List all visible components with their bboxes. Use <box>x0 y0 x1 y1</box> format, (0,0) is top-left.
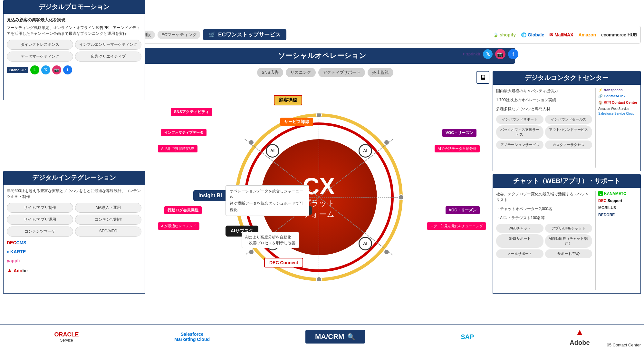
globale-logo: 🌐 Globale <box>521 32 544 37</box>
log-tuning-label: ログ・知見を元にAIチューニング <box>427 222 486 230</box>
info-data-label: インフォマティブデータ <box>161 129 207 136</box>
cs-pill-3: AI自動応答（チャット/音声） <box>545 234 592 248</box>
dp-desc2: マーケティング戦略策定、オンライン・オフライン広告PR、アーンドメディアを活用し… <box>7 25 141 36</box>
dc-pill-5: カスタマーサクセス <box>545 141 592 149</box>
macrm-label: MA/CRM <box>315 333 344 341</box>
dc-pill-0: インバウンドサポート <box>496 115 543 124</box>
dc-pills: インバウンドサポート インバウンドセールス バックオフィス支援サービス アウトバ… <box>496 115 592 149</box>
instagram-icon-promo: 📷 <box>52 65 61 74</box>
di-desc1: 年間600社を超える豊富な実績とノウハウをもとに最適な導線設計、コンテンツ企画・… <box>7 188 141 199</box>
svg-point-10 <box>316 277 322 281</box>
sf-service-logo: Salesforce Service Cloud <box>598 112 637 115</box>
svg-point-9 <box>316 113 322 118</box>
adobe-logo-int: ▲ Adobe <box>7 266 141 275</box>
cs-left: 社会、テクノロジー変化の最先端で活躍するスペシャリスト ・チャットオペレーター2… <box>496 191 592 290</box>
footer-salesforce: SalesforceMarketing Cloud <box>174 332 210 342</box>
di-pill-3: コンテンツ制作 <box>75 215 141 225</box>
dc-desc3: 多種多様なノウハウと専門人材 <box>496 106 592 112</box>
kanameto-logo: L KANAMETO <box>598 191 637 196</box>
oracle-sub: Service <box>60 338 73 343</box>
voc-reason1-label: VOC・リーズン <box>442 129 476 137</box>
salesforce-label: SalesforceMarketing Cloud <box>174 332 210 342</box>
dp-pill-0: ダイレクトレスポンス <box>7 40 73 50</box>
dc-desc2: 1,700社以上のオペレーション実績 <box>496 97 592 103</box>
digital-contact-panel: デジタルコンタクトセンター 国内最大規模のキャパシティ提供力 1,700社以上の… <box>493 71 641 171</box>
ai-badge-tr: AI <box>359 144 372 158</box>
cs-desc3: ・AIストラテジスト100名等 <box>496 215 592 221</box>
instagram-icon: 📷 <box>495 49 505 59</box>
adobe-icon: ▲ <box>576 327 584 337</box>
ec-tag-marketing: ECマーケティング <box>158 31 200 39</box>
ec-partners: 🍃 shopify 🌐 Globale ✉ MallMAX Amazon eco… <box>493 32 637 37</box>
svg-point-16 <box>384 249 389 255</box>
di-pill-4: コンテンツマーケ <box>7 227 73 237</box>
dp-pill-3: 広告クリエイティブ <box>75 52 141 62</box>
svg-point-12 <box>399 195 403 200</box>
di-pill-2: サイト/アプリ運用 <box>7 215 73 225</box>
customer-line-label: 顧客導線 <box>274 95 302 105</box>
bedore-logo: BEDORE <box>598 213 637 217</box>
digital-contact-title: デジタルコンタクトセンター <box>493 71 641 85</box>
dp-pill-2: データマーケティング <box>7 52 73 62</box>
aws-logo: Amazon Web Service <box>598 107 637 111</box>
svg-point-13 <box>249 140 254 145</box>
social-icons: ✦ sprinklr 𝕏 📷 f <box>462 49 518 59</box>
ai-analyze-text: AIにより高度分析を自動化・改善プロセスを明示し改善 <box>242 232 299 248</box>
chat-support-panel: チャット（WEB/アプリ）・サポート 社会、テクノロジー変化の最先端で活躍するス… <box>493 174 641 293</box>
dc-left: 国内最大規模のキャパシティ提供力 1,700社以上のオペレーション実績 多種多様… <box>496 88 592 168</box>
contact-link-logo: 🔗 Contact-Link <box>598 94 637 98</box>
cart-icon: 🛒 <box>209 31 216 38</box>
chat-support-title: チャット（WEB/アプリ）・サポート <box>493 174 641 188</box>
cs-pills: WEBチャット アプリ/LINEチャット SNSサポート AI自動応答（チャット… <box>496 224 592 258</box>
facebook-icon-promo: f <box>63 65 72 74</box>
ai-badge-tl: AI <box>266 144 279 158</box>
ai-badge-br: AI <box>359 237 372 250</box>
sap-label: SAP <box>461 333 474 341</box>
brand-logos-promo: Brand OP L 𝕏 📷 f <box>7 65 141 74</box>
cs-pill-4: メールサポート <box>496 249 543 258</box>
dc-desc1: 国内最大規模のキャパシティ提供力 <box>496 88 592 94</box>
zaitaku-logo: 🏠 在宅 Contact Center <box>598 100 637 105</box>
amazon-logo: Amazon <box>578 32 596 37</box>
dec-connect-label: DEC Connect <box>269 260 298 265</box>
footer-adobe: ▲ Adobe <box>570 327 590 346</box>
voc-reason2-label: VOC・リーズン <box>446 206 480 214</box>
cs-pill-2: SNSサポート <box>496 234 543 248</box>
footer-oracle: ORACLE Service <box>54 331 79 343</box>
line-icon-promo: L <box>30 65 39 74</box>
dc-partners: ⚡ transpeech 🔗 Contact-Link 🏠 在宅 Contact… <box>595 88 637 168</box>
digital-contact-content: 国内最大規模のキャパシティ提供力 1,700社以上のオペレーション実績 多種多様… <box>493 85 641 171</box>
insight-bi-box: Insight BI <box>193 190 227 201</box>
digital-promotion-title: デジタルプロモーション <box>3 0 145 14</box>
service-line-label: サービス導線 <box>280 118 313 126</box>
svg-point-15 <box>249 249 254 255</box>
social-bar-title: ソーシャルオペレーション <box>278 51 366 61</box>
di-pills: サイト/アプリ制作 MA導入・運用 サイト/アプリ運用 コンテンツ制作 コンテン… <box>7 203 141 237</box>
dp-pill-1: インフルエンサーマーケティング <box>75 40 141 50</box>
dc-pill-4: アノテーションサービス <box>496 141 543 149</box>
cs-pill-1: アプリ/LINEチャット <box>545 224 592 233</box>
social-bar: ソーシャルオペレーション <box>129 48 515 64</box>
footer-macrm: MA/CRM 🔍 <box>305 330 365 344</box>
ai-conv-label: AIで会話データ自動分析 <box>435 145 480 152</box>
yappli-logo: yappli <box>7 257 141 264</box>
twitter-icon-promo: 𝕏 <box>41 65 50 74</box>
footer-sap: SAP <box>461 333 474 341</box>
karte-logo: ♦ KARTE <box>7 248 141 255</box>
mailmax-logo: ✉ MallMAX <box>549 32 573 37</box>
facebook-icon: f <box>508 49 518 59</box>
digital-integration-title: デジタルインテグレーション <box>3 171 145 185</box>
svg-point-14 <box>384 140 389 145</box>
ec-main-label: ECワンストップサービス <box>218 31 281 38</box>
cs-pill-5: サポート/FAQ <box>545 249 592 258</box>
dc-pill-1: インバウンドセールス <box>545 115 592 124</box>
chat-support-content: 社会、テクノロジー変化の最先端で活躍するスペシャリスト ・チャットオペレーター2… <box>493 188 641 294</box>
footer: ORACLE Service SalesforceMarketing Cloud… <box>0 324 644 349</box>
dec-support-logo: DEC Support <box>598 199 637 203</box>
action-log-label: 行動ログ会員属性 <box>164 206 202 214</box>
dec-connect-box: DEC Connect <box>264 258 303 267</box>
sprinklr-logo: ✦ sprinklr <box>462 52 480 56</box>
mobilus-logo: MOBILUS <box>598 206 637 210</box>
ai-recommend-label: AIが最適なレコメンド <box>158 222 199 230</box>
dp-desc1: 見込み顧客の集客最大化を実現 <box>7 17 141 23</box>
